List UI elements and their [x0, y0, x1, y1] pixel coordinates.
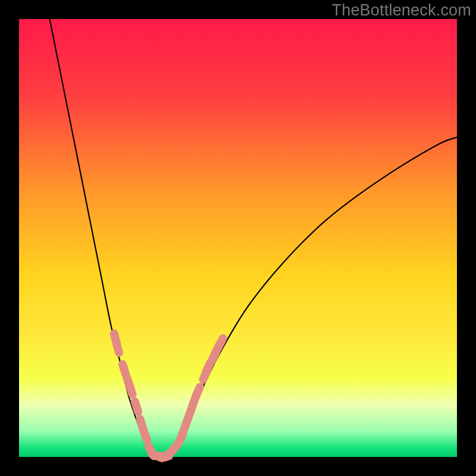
highlight-dots-left-dot [135, 402, 138, 412]
bottleneck-chart [0, 0, 476, 476]
highlight-dots-right-dot [218, 339, 223, 348]
highlight-dots-left-dot [116, 342, 119, 352]
watermark-text: TheBottleneck.com [331, 1, 471, 20]
highlight-dots-left-dot [129, 384, 133, 394]
highlight-dots-left-dot [123, 364, 126, 374]
chart-container: TheBottleneck.com [0, 0, 476, 476]
highlight-dots-left-dot [143, 430, 147, 440]
plot-background [19, 19, 457, 457]
highlight-dots-right-dot [196, 387, 200, 397]
